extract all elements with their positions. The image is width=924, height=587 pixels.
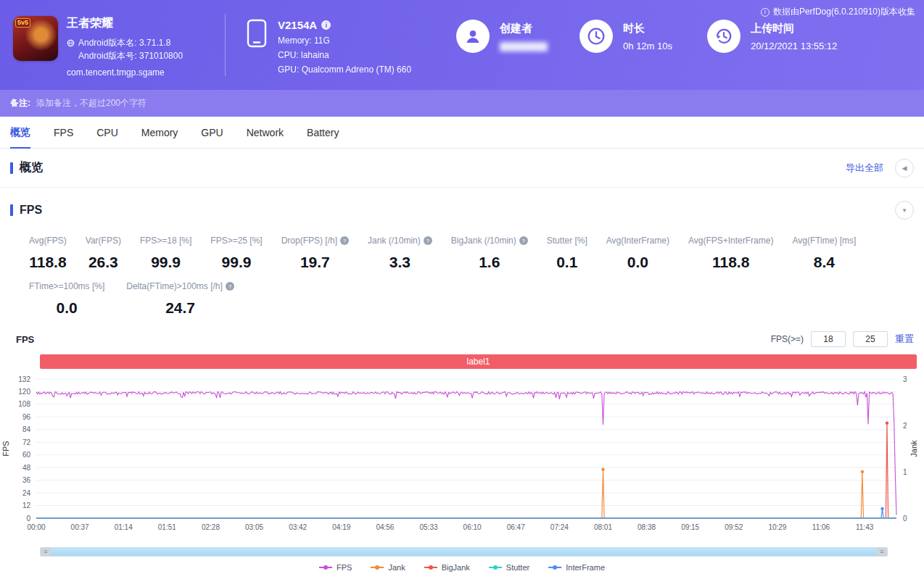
svg-text:0: 0: [26, 515, 30, 523]
metric-label: BigJank (/10min)?: [451, 236, 528, 246]
app-icon: 5v5: [13, 16, 58, 61]
metric-ftime-ge-100ms: FTime>=100ms [%]0.0: [29, 281, 104, 317]
collapse-panel-button[interactable]: ◀: [895, 159, 914, 178]
metric-stutter: Stutter [%]0.1: [547, 236, 587, 271]
metric-value: 99.9: [210, 254, 262, 271]
fps-title-wrap: FPS: [10, 204, 42, 217]
device-gpu: GPU: Qualcomm Adreno (TM) 660: [278, 64, 411, 75]
metric-label: FPS>=25 [%]: [210, 236, 262, 246]
metric-avg-fps-interframe: Avg(FPS+InterFrame)118.8: [688, 236, 773, 271]
series-bigjank: [36, 423, 896, 518]
export-all-link[interactable]: 导出全部: [846, 162, 883, 175]
metric-fps-ge-25: FPS>=25 [%]99.9: [210, 236, 262, 271]
chart-scrollbar[interactable]: ≡ ≡: [40, 547, 888, 557]
svg-text:06:47: 06:47: [507, 523, 525, 531]
legend-marker: [371, 567, 384, 568]
svg-text:09:52: 09:52: [725, 523, 743, 531]
remarks-bar[interactable]: 备注: 添加备注，不超过200个字符: [0, 90, 924, 117]
scrollbar-handle-right[interactable]: ≡: [877, 548, 887, 556]
metric-info-icon[interactable]: ?: [226, 282, 234, 291]
overview-section-header: 概览 导出全部 ◀: [0, 149, 924, 188]
source-note-text: 数据由PerfDog(6.0.210910)版本收集: [773, 6, 915, 18]
fps-chart-header: FPS FPS(>=) 重置: [0, 331, 924, 347]
upload-text: 上传时间 20/12/2021 13:55:12: [751, 20, 837, 51]
reset-link[interactable]: 重置: [895, 333, 914, 346]
upload-value: 20/12/2021 13:55:12: [751, 41, 837, 51]
device-info-icon[interactable]: i: [321, 20, 331, 30]
svg-text:11:06: 11:06: [812, 523, 830, 531]
app-icon-badge: 5v5: [15, 18, 30, 28]
metric-info-icon[interactable]: ?: [340, 236, 349, 245]
app-meta: 王者荣耀 Android版本名: 3.71.1.8 Android版本号: 37…: [67, 16, 183, 79]
scrollbar-handle-left[interactable]: ≡: [41, 548, 51, 556]
metric-drop-fps: Drop(FPS) [/h]?19.7: [281, 236, 349, 271]
globe-icon: [67, 39, 75, 47]
svg-text:03:42: 03:42: [289, 523, 307, 531]
duration-value: 0h 12m 10s: [623, 41, 672, 51]
app-package: com.tencent.tmgp.sgame: [67, 66, 183, 79]
scrollbar-bar[interactable]: [51, 548, 877, 556]
svg-text:1: 1: [903, 468, 907, 476]
legend-item-stutter[interactable]: Stutter: [489, 563, 529, 572]
legend-label: FPS: [337, 563, 352, 572]
svg-text:02:28: 02:28: [202, 523, 220, 531]
metric-value: 1.6: [451, 254, 528, 271]
app-info-block: 5v5 王者荣耀 Android版本名: 3.71.1.8 Android版本号…: [13, 16, 225, 79]
fps-metrics-row2: FTime>=100ms [%]0.0Delta(FTime)>100ms [/…: [0, 271, 924, 317]
svg-text:12: 12: [22, 501, 31, 509]
metric-info-icon[interactable]: ?: [424, 236, 432, 245]
device-model: V2154A: [278, 19, 317, 31]
data-source-note: i 数据由PerfDog(6.0.210910)版本收集: [761, 6, 915, 18]
legend-label: Jank: [388, 563, 405, 572]
legend-item-interframe[interactable]: InterFrame: [548, 563, 605, 572]
metric-bigjank: BigJank (/10min)?1.6: [451, 236, 528, 271]
metric-info-icon[interactable]: ?: [519, 236, 528, 245]
tab-bar: 概览FPSCPUMemoryGPUNetworkBattery: [0, 117, 924, 149]
tab-cpu[interactable]: CPU: [96, 117, 118, 148]
fps-section-header: FPS ▾: [0, 195, 924, 225]
metric-value: 8.4: [792, 254, 856, 271]
svg-text:120: 120: [18, 388, 30, 396]
device-text: V2154A i Memory: 11G CPU: lahaina GPU: Q…: [278, 19, 411, 75]
tab-fps[interactable]: FPS: [54, 117, 73, 148]
metric-label: Avg(FPS): [29, 236, 67, 246]
title-accent-bar: [10, 204, 13, 216]
upload-label: 上传时间: [751, 22, 837, 36]
svg-text:03:05: 03:05: [245, 523, 263, 531]
overview-actions: 导出全部 ◀: [846, 159, 914, 178]
svg-text:08:01: 08:01: [594, 523, 612, 531]
tab-memory[interactable]: Memory: [141, 117, 178, 148]
duration-label: 时长: [623, 22, 672, 36]
metric-label: Avg(FPS+InterFrame): [688, 236, 773, 246]
metric-avg-interframe: Avg(InterFrame)0.0: [606, 236, 669, 271]
svg-text:00:37: 00:37: [71, 523, 89, 531]
tab-battery[interactable]: Battery: [307, 117, 339, 148]
person-icon: [464, 28, 482, 45]
device-cpu: CPU: lahaina: [278, 50, 411, 60]
tab-overview[interactable]: 概览: [10, 117, 30, 148]
metric-label: FPS>=18 [%]: [140, 236, 191, 246]
svg-text:72: 72: [22, 438, 31, 446]
svg-text:0: 0: [903, 515, 907, 523]
svg-text:60: 60: [22, 451, 31, 459]
tab-network[interactable]: Network: [247, 117, 284, 148]
fps-line-chart[interactable]: 01224364860728496108120132012300:0000:37…: [0, 372, 924, 544]
metric-avg-fps: Avg(FPS)118.8: [29, 236, 67, 271]
legend-item-fps[interactable]: FPS: [319, 563, 352, 572]
legend-item-bigjank[interactable]: BigJank: [424, 563, 470, 572]
fps-card: FPS ▾ Avg(FPS)118.8Var(FPS)26.3FPS>=18 […: [0, 195, 924, 572]
android-version-line: Android版本名: 3.71.1.8: [67, 36, 183, 49]
collapse-fps-button[interactable]: ▾: [895, 201, 914, 220]
fps-chart-title: FPS: [16, 334, 34, 345]
metric-label: Jank (/10min)?: [368, 236, 432, 246]
tab-gpu[interactable]: GPU: [201, 117, 223, 148]
svg-text:132: 132: [18, 375, 30, 383]
series-jank: [36, 470, 896, 518]
fps-threshold-1-input[interactable]: [811, 331, 846, 347]
chart-legend: FPSJankBigJankStutterInterFrame: [0, 563, 924, 572]
legend-item-jank[interactable]: Jank: [371, 563, 405, 572]
upload-time-block: 上传时间 20/12/2021 13:55:12: [707, 20, 837, 53]
fps-threshold-2-input[interactable]: [853, 331, 888, 347]
svg-text:01:14: 01:14: [115, 523, 133, 531]
metric-value: 118.8: [29, 254, 67, 271]
